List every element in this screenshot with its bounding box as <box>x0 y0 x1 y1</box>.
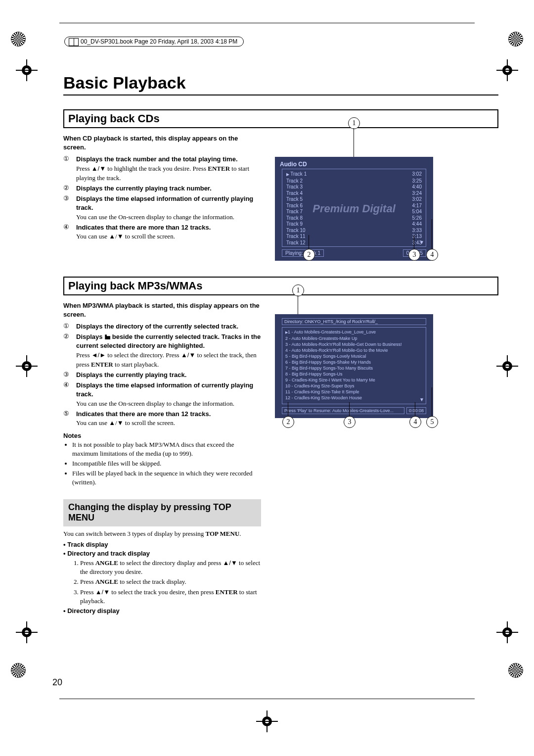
cd-item1-bold: Displays the track number and the total … <box>76 155 238 163</box>
cd-track-row: Track 94:44 <box>286 221 422 228</box>
cd-fig-scroll-icon: ▼ <box>419 239 424 245</box>
cd-track-row: Track 103:33 <box>286 228 422 234</box>
cd-list: ① Displays the track number and the tota… <box>63 154 261 241</box>
registration-circle-br <box>508 663 523 678</box>
topmenu-body: You can switch between 3 types of displa… <box>63 529 261 615</box>
notes-heading: Notes <box>63 432 261 439</box>
circled-4: ④ <box>63 223 69 231</box>
cd-track-row: Track 64:17 <box>286 203 422 209</box>
cd-section-title: Playing back CDs <box>63 109 498 128</box>
mp3-figure-wrap: 1 Directory: ONKYO_HITS_/King of Rock'n'… <box>275 298 433 418</box>
cd-track-row: Track 75:04 <box>286 209 422 215</box>
registration-cross-ml <box>16 355 38 377</box>
circled-3b: ③ <box>63 371 69 378</box>
circled-4b: ④ <box>63 381 69 388</box>
notes-list: It is not possible to play back MP3/WMA … <box>63 440 261 487</box>
cd-track-row: Track 13:02 <box>286 171 422 178</box>
circled-2: ② <box>63 184 69 191</box>
cd-fig-panel: Track 13:02Track 23:25Track 34:40Track 4… <box>282 169 426 247</box>
crop-line-bottom <box>59 699 475 699</box>
cd-track-row: Track 85:26 <box>286 215 422 222</box>
registration-cross-mr <box>496 355 518 377</box>
note-item: Incompatible files will be skipped. <box>72 459 261 468</box>
mp3-track-row: 8 - Big Bird-Happy Songs-Us <box>285 371 423 377</box>
circled-2b: ② <box>63 332 69 340</box>
cd-item3-bold: Displays the time elapsed information of… <box>76 195 253 212</box>
cd-callout-3: 3 <box>408 249 420 261</box>
mp3-intro: When MP3/WMA playback is started, this d… <box>63 301 261 319</box>
cd-two-col: When CD playback is started, this displa… <box>63 131 498 263</box>
cd-leader-3 <box>414 235 414 249</box>
mp3-leader-5 <box>432 387 432 416</box>
cd-right-col: 1 Audio CD Premium Digital Track 13:02Tr… <box>275 131 498 263</box>
circled-5b: ⑤ <box>63 410 69 417</box>
topmenu-title: Changing the display by pressing TOP MEN… <box>63 499 261 526</box>
mp3-track-row: 7 - Big Bird-Happy Songs-Too Many Biscui… <box>285 365 423 371</box>
topmenu-bullet-2: • Directory and track display <box>63 549 261 558</box>
cd-track-row: Track 23:25 <box>286 178 422 185</box>
mp3-fig-panel: 1 - Auto Mobiles-Greatests-Love_Love_Lov… <box>282 327 426 404</box>
mp3-callout-2: 2 <box>282 416 294 428</box>
mp3-track-row: 1 - Auto Mobiles-Greatests-Love_Love_Lov… <box>285 329 423 335</box>
cd-track-row: Track 53:02 <box>286 196 422 203</box>
topmenu-intro: You can switch between 3 types of displa… <box>63 529 261 538</box>
mp3-track-row: 3 - Auto Mobiles-Rock'n'Roll Mobile-Get … <box>285 341 423 347</box>
mp3-item2-body: Press ◄/► to select the directory. Press… <box>76 351 257 368</box>
mp3-item1-bold: Displays the directory of the currently … <box>76 323 238 330</box>
cd-item4-bold: Indicates that there are more than 12 tr… <box>76 224 211 231</box>
mp3-leader-4 <box>415 402 415 416</box>
mp3-track-row: 6 - Big Bird-Happy Songs-Shake My Hands <box>285 359 423 365</box>
note-item: Files will be played back in the sequenc… <box>72 469 261 487</box>
circled-1: ① <box>63 155 69 162</box>
cd-callout-1: 1 <box>348 117 360 129</box>
mp3-item3-bold: Displays the currently playing track. <box>76 371 186 378</box>
mp3-item5-bold: Indicates that there are more than 12 tr… <box>76 410 211 418</box>
cd-item4-body: You can use ▲/▼ to scroll the screen. <box>76 233 175 240</box>
topmenu-steps: Press ANGLE to select the directory disp… <box>63 559 261 606</box>
cd-fig-title: Audio CD <box>280 161 307 168</box>
mp3-item5-body: You can use ▲/▼ to scroll the screen. <box>76 419 175 426</box>
mp3-fig-time: 0:00:08 <box>406 407 426 414</box>
mp3-item4-body: You can use the On-screen display to cha… <box>76 400 234 407</box>
mp3-callout-1: 1 <box>292 284 304 296</box>
file-path-text: 00_DV-SP301.book Page 20 Friday, April 1… <box>81 38 237 45</box>
cd-intro: When CD playback is started, this displa… <box>63 134 261 151</box>
mp3-fig-directory: Directory: ONKYO_HITS_/King of Rock'n'Ro… <box>282 318 426 325</box>
mp3-track-row: 4 - Auto Mobiles-Rock'n'Roll Mobile-Go t… <box>285 347 423 353</box>
page-number: 20 <box>52 677 62 688</box>
cd-callout-2: 2 <box>303 249 315 261</box>
cd-track-row: Track 34:40 <box>286 184 422 190</box>
cd-leader-1 <box>354 128 354 157</box>
cd-left-col: When CD playback is started, this displa… <box>63 131 261 263</box>
cd-item3-body: You can use the On-screen display to cha… <box>76 213 234 221</box>
mp3-track-row: 9 - Cradles-King Size-I Want You to Marr… <box>285 377 423 383</box>
book-icon <box>69 38 79 46</box>
topmenu-step-1: Press ANGLE to select the directory disp… <box>80 559 261 576</box>
mp3-leader-3 <box>349 402 350 416</box>
mp3-item4-bold: Displays the time elapsed information of… <box>76 381 253 398</box>
mp3-track-row: 5 - Big Bird-Happy Songs-Lovely Musical <box>285 353 423 359</box>
folder-play-icon <box>104 334 110 339</box>
topmenu-step-2: Press ANGLE to select the track display. <box>80 577 261 586</box>
registration-circle-ur <box>508 32 523 47</box>
cd-screenshot: Audio CD Premium Digital Track 13:02Trac… <box>275 157 433 261</box>
registration-cross-bm <box>256 710 278 732</box>
mp3-screenshot: Directory: ONKYO_HITS_/King of Rock'n'Ro… <box>275 314 433 418</box>
mp3-callout-5: 5 <box>426 416 438 428</box>
registration-cross-bl <box>16 621 38 643</box>
mp3-track-row: 12 - Cradles-King Size-Wooden House <box>285 395 423 401</box>
cd-callout-4: 4 <box>426 249 438 261</box>
mp3-track-row: 2 - Auto Mobiles-Greatests-Make Up <box>285 335 423 341</box>
mp3-left-col: When MP3/WMA playback is started, this d… <box>63 298 261 488</box>
cd-figure-wrap: 1 Audio CD Premium Digital Track 13:02Tr… <box>275 131 433 261</box>
mp3-leader-1 <box>298 295 298 315</box>
mp3-fig-scroll-icon: ▼ <box>419 397 424 402</box>
cd-track-row: Track 123:43 <box>286 240 422 246</box>
cd-item2-bold: Displays the currently playing track num… <box>76 185 212 192</box>
content-area: Basic Playback Playing back CDs When CD … <box>63 73 498 687</box>
circled-1b: ① <box>63 322 69 330</box>
crop-line-top <box>59 23 475 23</box>
page-title: Basic Playback <box>63 73 498 95</box>
file-path-header: 00_DV-SP301.book Page 20 Friday, April 1… <box>64 37 244 47</box>
mp3-leader-2 <box>288 402 288 416</box>
